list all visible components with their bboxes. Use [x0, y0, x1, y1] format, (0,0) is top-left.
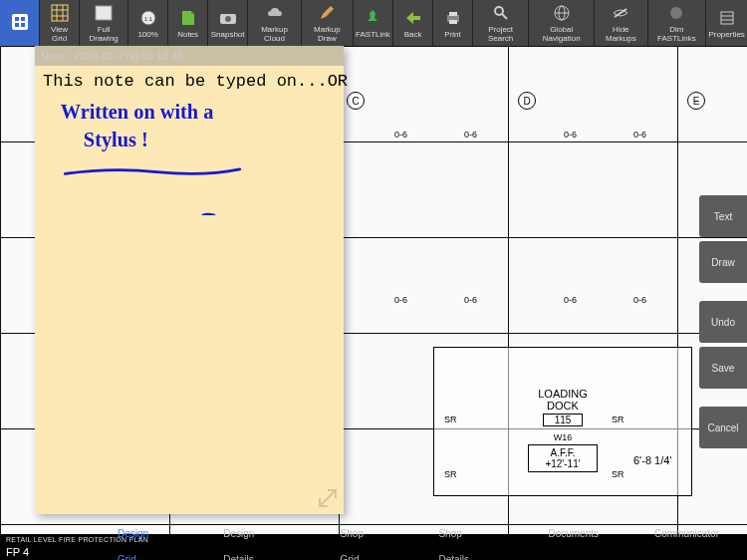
svg-rect-2 [21, 17, 25, 21]
view-grid-button[interactable]: View Grid [40, 0, 80, 46]
note-tool-palette: Text Draw Undo Save Cancel [699, 195, 747, 448]
svg-rect-10 [96, 6, 112, 20]
label: Back [404, 30, 422, 39]
pencil-icon [317, 3, 337, 23]
svg-text:Written on with a: Written on with a [61, 101, 214, 123]
svg-rect-25 [721, 12, 733, 24]
label: Hide Markups [599, 25, 642, 43]
save-button[interactable]: Save [699, 347, 747, 389]
zoom-icon: 1:1 [138, 8, 158, 28]
bottom-bar: RETAIL LEVEL FIRE PROTECTION PLAN FP 4 D… [0, 534, 747, 560]
svg-rect-0 [12, 14, 28, 30]
app-button[interactable] [0, 0, 40, 46]
grid-mark: 0-6 [632, 295, 647, 305]
svg-rect-3 [15, 23, 19, 27]
camera-icon [218, 8, 238, 28]
svg-rect-5 [52, 5, 68, 21]
tab-documents[interactable]: Documents [520, 521, 626, 560]
tab-communicator[interactable]: Communicator [626, 521, 747, 560]
grid-bubble-d: D [518, 92, 536, 110]
label: 100% [137, 30, 157, 39]
svg-point-14 [225, 16, 231, 22]
notes-button[interactable]: Notes [168, 0, 208, 46]
back-button[interactable]: Back [393, 0, 433, 46]
tab-design-details[interactable]: Design Details [195, 521, 312, 560]
print-icon [443, 8, 463, 28]
bottom-tabs: Design Grid Design Details Shop Grid Sho… [90, 521, 747, 560]
sticky-note[interactable]: Note - 2020-01-27@18:18:48 This note can… [35, 46, 344, 514]
cloud-icon [265, 3, 285, 23]
sr-label: SR [611, 469, 625, 479]
label: Full Drawing [84, 25, 124, 43]
svg-point-24 [670, 7, 682, 19]
globe-icon [552, 3, 572, 23]
dim-fastlinks-button[interactable]: Dim FASTLinks [648, 0, 707, 46]
svg-rect-17 [449, 20, 457, 24]
grid-mark: 0-6 [563, 295, 578, 305]
dimension-label: 6'-8 1/4' [632, 454, 672, 466]
drawing-canvas[interactable]: C D E 0-6 0-6 0-6 0-6 0-6 0-6 0-6 0-6 LO… [0, 46, 747, 534]
pin-icon [363, 8, 382, 28]
svg-rect-16 [449, 12, 457, 16]
markup-draw-button[interactable]: Markup Draw [302, 0, 354, 46]
grid-mark: 0-6 [632, 130, 647, 140]
draw-tool-button[interactable]: Draw [699, 241, 747, 283]
grid-mark: 0-6 [393, 130, 408, 140]
label: Markup Cloud [252, 25, 297, 43]
grid-mark: 0-6 [563, 130, 578, 140]
project-search-button[interactable]: Project Search [473, 0, 529, 46]
snapshot-button[interactable]: Snapshot [208, 0, 248, 46]
grid-mark: 0-6 [463, 130, 478, 140]
hide-markups-button[interactable]: Hide Markups [595, 0, 647, 46]
tab-shop-grid[interactable]: Shop Grid [313, 521, 411, 560]
svg-text:Stylus !: Stylus ! [84, 129, 148, 151]
zoom-button[interactable]: 1:1 100% [128, 0, 168, 46]
back-icon [403, 8, 423, 28]
grid-bubble-c: C [347, 92, 365, 110]
full-drawing-button[interactable]: Full Drawing [80, 0, 128, 46]
markup-cloud-button[interactable]: Markup Cloud [248, 0, 302, 46]
properties-button[interactable]: Properties [706, 0, 747, 46]
dim-icon [666, 3, 686, 23]
note-header[interactable]: Note - 2020-01-27@18:18:48 [35, 46, 344, 66]
hide-icon [611, 3, 630, 23]
label: Print [444, 30, 460, 39]
svg-rect-1 [15, 17, 19, 21]
search-icon [491, 3, 511, 23]
label: Global Navigation [533, 25, 590, 43]
grid-mark: 0-6 [463, 295, 478, 305]
cancel-button[interactable]: Cancel [699, 407, 747, 448]
global-nav-button[interactable]: Global Navigation [529, 0, 595, 46]
undo-button[interactable]: Undo [699, 301, 747, 343]
sr-label: SR [443, 415, 458, 424]
label: Snapshot [211, 30, 245, 39]
tab-shop-details[interactable]: Shop Details [410, 521, 520, 560]
note-typed-text[interactable]: This note can be typed on...OR [35, 66, 344, 97]
label: Properties [708, 30, 744, 39]
sr-label: SR [443, 469, 458, 479]
svg-rect-4 [21, 23, 25, 27]
label: FASTLink [356, 30, 390, 39]
resize-handle-icon[interactable] [318, 488, 338, 508]
label: Dim FASTLinks [652, 25, 702, 43]
grid-bubble-e: E [687, 92, 705, 110]
sheet-id: FP 4 [6, 546, 29, 558]
grid-mark: 0-6 [393, 295, 408, 305]
loading-dock-box: LOADING DOCK 115 W16 A.F.F. +12'-11' [433, 347, 692, 496]
text-tool-button[interactable]: Text [699, 195, 747, 237]
grid-icon [50, 3, 70, 23]
fastlink-button[interactable]: FASTLink [354, 0, 393, 46]
label: Project Search [477, 25, 524, 43]
svg-text:1:1: 1:1 [143, 16, 152, 22]
sr-label: SR [611, 415, 625, 424]
svg-line-19 [502, 14, 507, 19]
label: Notes [177, 30, 198, 39]
props-icon [717, 8, 737, 28]
top-toolbar: View Grid Full Drawing 1:1 100% Notes Sn… [0, 0, 747, 46]
label: Markup Draw [306, 25, 349, 43]
sheet-title: RETAIL LEVEL FIRE PROTECTION PLAN [6, 536, 148, 543]
svg-point-18 [495, 7, 503, 15]
label: View Grid [44, 25, 75, 43]
print-button[interactable]: Print [433, 0, 473, 46]
full-drawing-icon [94, 3, 114, 23]
